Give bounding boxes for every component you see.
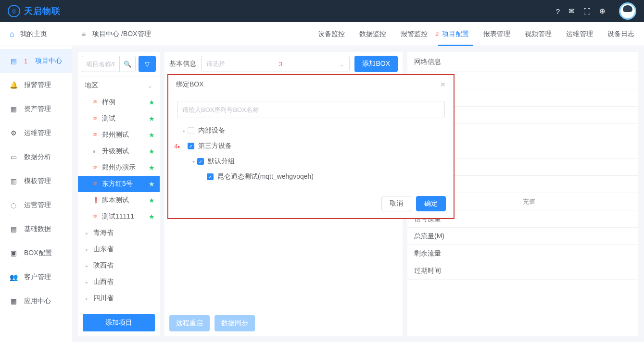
tab-6[interactable]: 运维管理 <box>566 22 593 46</box>
sidebar-item-8[interactable]: ▣BOX配置 <box>0 241 72 265</box>
cancel-button[interactable]: 取消 <box>381 196 411 211</box>
fullscreen-icon[interactable]: ⛶ <box>583 7 591 15</box>
caret-down-icon[interactable]: ▾ <box>189 159 197 164</box>
avatar[interactable] <box>619 2 636 20</box>
sidebar-icon: ▭ <box>10 153 17 161</box>
tree-item-label: 山西省 <box>93 278 114 286</box>
tree-item-10[interactable]: ▸陕西省 <box>78 257 160 274</box>
tree-item-11[interactable]: ▸山西省 <box>78 274 160 290</box>
collapse-icon[interactable]: ≡ <box>82 30 86 38</box>
tree-node-mqtt-device[interactable]: 昆仑通态测试(mqtt_wehgvoqeh) <box>217 172 314 181</box>
search-button[interactable]: 🔍 <box>119 56 136 72</box>
tree-item-4[interactable]: ෧郑州办演示★ <box>78 159 160 176</box>
tree-item-label: 样例 <box>102 98 115 107</box>
tree-item-7[interactable]: ෧测试11111★ <box>78 208 160 225</box>
globe-icon[interactable]: ⊕ <box>599 7 606 15</box>
caret-right-icon[interactable]: ▸ <box>180 128 188 134</box>
box-serial-input[interactable] <box>177 101 445 118</box>
sidebar-item-7[interactable]: ▤基础数据 <box>0 217 72 241</box>
tree-item-label: 山东省 <box>93 245 114 254</box>
tree-item-0[interactable]: ෧样例★ <box>78 94 160 110</box>
tree-item-5[interactable]: ෧东方红5号★ <box>78 176 160 192</box>
mail-icon[interactable]: ✉ <box>568 7 575 15</box>
sidebar-item-9[interactable]: 👥客户管理 <box>0 265 72 289</box>
data-sync-button[interactable]: 数据同步 <box>215 315 255 331</box>
region-select[interactable]: 地区 ⌄ <box>78 76 160 94</box>
sidebar-item-label: 报警管理 <box>24 81 51 89</box>
tree-item-label: 四川省 <box>93 294 114 303</box>
checkbox-internal[interactable] <box>188 127 194 134</box>
sidebar-item-1[interactable]: 🔔报警管理 <box>0 73 72 97</box>
status-dot: ❗ <box>92 197 99 204</box>
sidebar-item-label: 运营管理 <box>24 201 51 209</box>
sidebar-item-2[interactable]: ▦资产管理 <box>0 97 72 121</box>
bind-box-modal: 绑定BOX ✕ ▸ 内部设备 4▾ ▸ ✓ 第三方设备 <box>167 74 455 219</box>
tree-node-internal[interactable]: 内部设备 <box>198 126 225 135</box>
help-icon[interactable]: ? <box>556 7 560 15</box>
star-icon[interactable]: ★ <box>149 180 155 188</box>
checkbox-mqtt-device[interactable]: ✓ <box>207 173 214 180</box>
search-input[interactable] <box>82 56 119 72</box>
star-icon[interactable]: ★ <box>149 115 155 122</box>
sidebar-item-3[interactable]: ⚙运维管理 <box>0 121 72 145</box>
app-header: ◎ 天启物联 ? ✉ ⛶ ⊕ <box>0 0 644 22</box>
tab-7[interactable]: 设备日志 <box>607 22 634 46</box>
checkbox-default-group[interactable]: ✓ <box>197 158 204 165</box>
confirm-button[interactable]: 确定 <box>416 196 446 211</box>
star-icon[interactable]: ★ <box>149 164 155 171</box>
sidebar-item-label: 项目中心 <box>35 57 62 65</box>
status-dot: ෧ <box>92 213 99 220</box>
sidebar-item-0[interactable]: ▤1项目中心 <box>0 49 72 73</box>
close-icon[interactable]: ✕ <box>440 81 446 88</box>
recharge-link[interactable]: 充值 <box>523 198 535 205</box>
status-dot: ෧ <box>92 115 99 122</box>
sidebar-item-5[interactable]: ▥模板管理 <box>0 169 72 193</box>
box-select[interactable]: 请选择 3 ⌄ <box>201 56 350 72</box>
sidebar-item-10[interactable]: ▦应用中心 <box>0 289 72 313</box>
tree-item-12[interactable]: ▸四川省 <box>78 290 160 306</box>
star-icon[interactable]: ★ <box>149 98 155 106</box>
star-icon[interactable]: ★ <box>149 196 155 204</box>
chevron-down-icon: ⌄ <box>147 82 153 89</box>
star-icon[interactable]: ★ <box>149 131 155 139</box>
region-label: 地区 <box>85 81 98 90</box>
star-icon[interactable]: ★ <box>149 213 155 220</box>
sidebar-icon: ▤ <box>10 225 17 233</box>
tree-item-2[interactable]: ෧郑州测试★ <box>78 127 160 143</box>
tab-4[interactable]: 报表管理 <box>483 22 510 46</box>
status-dot: ෧ <box>92 164 99 171</box>
remote-restart-button[interactable]: 远程重启 <box>169 315 210 331</box>
tree-item-label: 测试11111 <box>102 212 134 221</box>
status-dot: ෧ <box>92 181 99 187</box>
tree-node-default-group[interactable]: 默认分组 <box>208 157 235 166</box>
sidebar-icon: ▣ <box>10 249 17 257</box>
tree-item-8[interactable]: ▸青海省 <box>78 225 160 241</box>
sidebar-icon: ▦ <box>10 297 17 305</box>
sidebar-item-4[interactable]: ▭数据分析 <box>0 145 72 169</box>
sidebar-icon: ▦ <box>10 105 17 113</box>
tree-item-9[interactable]: ▸山东省 <box>78 241 160 257</box>
tree-node-thirdparty[interactable]: 第三方设备 <box>198 142 232 150</box>
tree-item-label: 脚本测试 <box>102 196 129 205</box>
tree-item-6[interactable]: ❗脚本测试★ <box>78 192 160 208</box>
home-link[interactable]: ⌂ 我的主页 <box>0 22 72 46</box>
tab-2[interactable]: 报警监控 <box>401 22 428 46</box>
caret-right-icon: ▸ <box>86 263 91 269</box>
annotation-3: 3 <box>279 61 282 68</box>
filter-button[interactable]: ▽ <box>139 56 156 72</box>
tab-3[interactable]: 2项目配置 <box>442 22 469 46</box>
tree-item-label: 郑州测试 <box>102 131 129 139</box>
checkbox-thirdparty[interactable]: ✓ <box>188 143 194 149</box>
tab-0[interactable]: 设备监控 <box>318 22 345 46</box>
tree-item-3[interactable]: ●升级测试★ <box>78 143 160 159</box>
sidebar-item-6[interactable]: ◌运营管理 <box>0 193 72 217</box>
tree-item-1[interactable]: ෧测试★ <box>78 110 160 127</box>
tab-1[interactable]: 数据监控 <box>359 22 386 46</box>
row-label: 剩余流量 <box>407 249 518 258</box>
star-icon[interactable]: ★ <box>149 147 155 155</box>
basic-info-panel: 基本信息 请选择 3 ⌄ 添加BOX 绑定BOX ✕ ▸ <box>164 52 403 336</box>
tab-5[interactable]: 视频管理 <box>525 22 552 46</box>
add-box-button[interactable]: 添加BOX <box>354 56 398 72</box>
add-project-button[interactable]: 添加项目 <box>83 314 155 331</box>
sidebar-icon: ▥ <box>10 177 17 185</box>
